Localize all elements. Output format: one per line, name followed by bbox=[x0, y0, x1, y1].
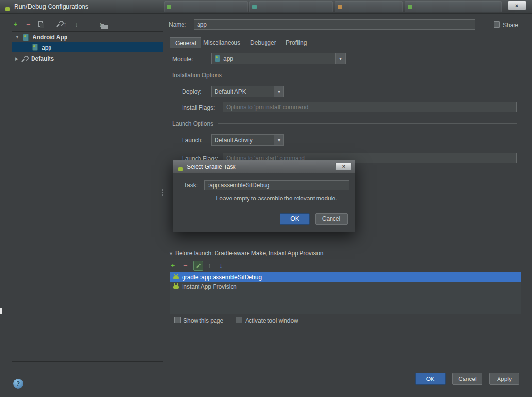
module-value: app bbox=[223, 55, 233, 62]
dialog-cancel-button[interactable]: Cancel bbox=[315, 213, 348, 225]
ok-button[interactable]: OK bbox=[415, 373, 446, 385]
tree-item-label: Defaults bbox=[31, 55, 54, 62]
pencil-icon bbox=[196, 263, 201, 268]
android-app-icon bbox=[178, 167, 183, 171]
tab-debugger[interactable]: Debugger bbox=[246, 37, 281, 48]
launch-label: Launch: bbox=[182, 137, 203, 144]
before-launch-list: gradle :app:assembleSitDebug Instant App… bbox=[170, 272, 521, 314]
sort-configurations-button[interactable]: ↕ bbox=[99, 20, 102, 28]
configurations-toolbar: + − ↑ ↓ ↕ bbox=[12, 19, 163, 30]
taskbar-button-ghost[interactable] bbox=[405, 1, 502, 12]
launch-options-section: Launch Options bbox=[172, 120, 213, 127]
installation-options-section: Installation Options bbox=[172, 72, 222, 79]
tab-profiling[interactable]: Profiling bbox=[281, 37, 312, 48]
remove-configuration-button[interactable]: − bbox=[26, 20, 30, 28]
instant-app-icon bbox=[173, 285, 179, 289]
install-flags-label: Install Flags: bbox=[182, 104, 215, 111]
deploy-label: Deploy: bbox=[182, 88, 202, 95]
chevron-down-icon: ▾ bbox=[274, 135, 283, 145]
app-module-icon bbox=[32, 44, 38, 51]
android-app-icon bbox=[5, 7, 10, 11]
tree-collapsed-icon[interactable]: ▶ bbox=[15, 56, 18, 61]
tree-item-app-selected[interactable]: app bbox=[12, 42, 163, 52]
tree-expanded-icon[interactable]: ▼ bbox=[15, 35, 19, 40]
chevron-down-icon: ▾ bbox=[274, 86, 283, 97]
edit-task-button[interactable] bbox=[193, 261, 203, 271]
window-titlebar: Run/Debug Configurations × bbox=[0, 0, 532, 14]
select-gradle-task-dialog: Select Gradle Task × Task: Leave empty t… bbox=[173, 160, 355, 232]
move-config-up-button[interactable]: ↑ bbox=[63, 20, 66, 28]
module-label: Module: bbox=[172, 56, 193, 63]
tree-item-android-app[interactable]: ▼ Android App bbox=[12, 33, 163, 42]
move-config-down-button[interactable]: ↓ bbox=[75, 20, 78, 28]
name-label: Name: bbox=[169, 21, 186, 28]
taskbar-button-ghost[interactable] bbox=[249, 1, 333, 12]
share-checkbox[interactable] bbox=[494, 21, 500, 28]
section-separator bbox=[230, 75, 517, 75]
module-icon bbox=[215, 55, 220, 62]
before-launch-header: Before launch: Gradle-aware Make, Instan… bbox=[175, 250, 324, 257]
android-app-type-icon bbox=[23, 34, 29, 41]
remove-task-button[interactable]: − bbox=[183, 262, 187, 269]
share-label: Share bbox=[503, 22, 518, 29]
activate-tool-window-label: Activate tool window bbox=[245, 317, 298, 324]
add-task-button[interactable]: + bbox=[171, 262, 175, 269]
section-separator bbox=[340, 253, 517, 253]
name-input[interactable] bbox=[194, 19, 475, 30]
before-launch-collapse-icon[interactable]: ▼ bbox=[169, 251, 173, 256]
activate-tool-window-checkbox[interactable] bbox=[236, 317, 242, 323]
chevron-down-icon: ▾ bbox=[335, 53, 345, 64]
task-label: Task: bbox=[184, 182, 198, 189]
deploy-value: Default APK bbox=[215, 88, 246, 95]
cancel-button[interactable]: Cancel bbox=[452, 373, 482, 385]
list-item-label: Instant App Provision bbox=[182, 283, 237, 290]
copy-configuration-icon[interactable] bbox=[40, 23, 44, 28]
move-task-up-button[interactable]: ↑ bbox=[208, 262, 211, 269]
show-this-page-label: Show this page bbox=[183, 317, 223, 324]
gradle-task-icon bbox=[173, 275, 179, 279]
tree-item-label: app bbox=[42, 44, 51, 51]
defaults-icon bbox=[21, 56, 28, 62]
taskbar-button-ghost[interactable] bbox=[335, 1, 403, 12]
configurations-tree-panel: ▼ Android App app ▶ Defaults bbox=[12, 31, 163, 362]
dialog-close-button[interactable]: × bbox=[335, 163, 352, 170]
dialog-titlebar[interactable]: Select Gradle Task × bbox=[173, 161, 355, 173]
list-item-instant-app-provision[interactable]: Instant App Provision bbox=[170, 282, 521, 292]
show-this-page-checkbox[interactable] bbox=[174, 317, 181, 323]
tree-item-defaults[interactable]: ▶ Defaults bbox=[12, 54, 163, 64]
launch-value: Default Activity bbox=[215, 137, 253, 144]
tree-item-label: Android App bbox=[33, 34, 67, 41]
help-button[interactable]: ? bbox=[13, 379, 23, 389]
list-item-gradle-task[interactable]: gradle :app:assembleSitDebug bbox=[170, 272, 521, 282]
apply-button[interactable]: Apply bbox=[489, 373, 519, 385]
tab-miscellaneous[interactable]: Miscellaneous bbox=[199, 37, 245, 48]
deploy-dropdown[interactable]: Default APK ▾ bbox=[211, 86, 284, 97]
launch-dropdown[interactable]: Default Activity ▾ bbox=[211, 134, 284, 146]
screen-artifact bbox=[0, 308, 2, 314]
install-flags-input[interactable] bbox=[223, 102, 517, 112]
add-configuration-button[interactable]: + bbox=[14, 20, 17, 28]
window-close-button[interactable]: × bbox=[508, 1, 526, 10]
tab-general[interactable]: General bbox=[170, 37, 201, 48]
module-dropdown[interactable]: app ▾ bbox=[211, 53, 346, 64]
splitter-handle[interactable] bbox=[162, 189, 163, 191]
window-title: Run/Debug Configurations bbox=[14, 0, 88, 14]
run-debug-configurations-window: Run/Debug Configurations × + − ↑ ↓ ↕ ▼ A… bbox=[0, 0, 532, 397]
before-launch-toolbar: + − ↑ ↓ bbox=[170, 261, 521, 271]
taskbar-button-ghost[interactable] bbox=[164, 1, 248, 12]
edit-defaults-icon[interactable] bbox=[56, 21, 63, 27]
dialog-ok-button[interactable]: OK bbox=[280, 213, 310, 225]
task-input[interactable] bbox=[204, 180, 349, 190]
section-separator bbox=[218, 123, 517, 124]
dialog-title: Select Gradle Task bbox=[187, 164, 236, 170]
move-task-down-button[interactable]: ↓ bbox=[219, 262, 223, 269]
dialog-hint: Leave empty to assemble the relevant mod… bbox=[204, 195, 349, 202]
list-item-label: gradle :app:assembleSitDebug bbox=[182, 274, 262, 281]
